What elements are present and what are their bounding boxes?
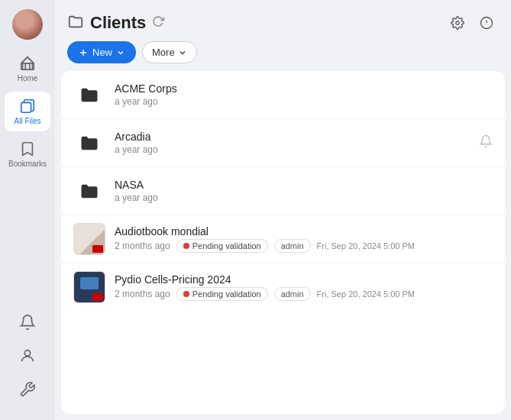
settings-tools-icon (19, 381, 36, 398)
page-title: Clients (90, 13, 146, 33)
file-date: a year ago (115, 96, 158, 107)
gear-icon (451, 16, 464, 30)
file-thumbnail-pydio (73, 271, 105, 303)
sidebar-bottom (12, 307, 43, 405)
list-item[interactable]: Audiotbook mondial 2 months ago Pending … (61, 215, 505, 263)
main-content: Clients (55, 0, 511, 420)
header-title-group: Clients (67, 13, 438, 33)
toolbar: New More (55, 41, 511, 71)
sidebar-home-label: Home (18, 74, 38, 82)
more-button[interactable]: More (142, 41, 197, 63)
status-dot (183, 291, 189, 297)
folder-icon-arcadia (73, 127, 105, 159)
status-label: Pending validation (192, 241, 261, 250)
title-folder-icon (67, 13, 84, 33)
new-chevron-icon (116, 48, 125, 57)
folder-icon-acme (73, 79, 105, 111)
info-icon (480, 16, 493, 30)
settings-button[interactable] (445, 11, 470, 35)
file-date: a year ago (115, 192, 158, 203)
sidebar-person-button[interactable] (12, 341, 43, 371)
file-meta: a year ago (115, 96, 493, 107)
plus-icon (78, 47, 89, 58)
new-button[interactable]: New (67, 41, 136, 63)
svg-rect-1 (21, 102, 31, 112)
status-badge-pydio: Pending validation (176, 287, 268, 301)
datetime-badge: Fri, Sep 20, 2024 5:00 PM (317, 241, 415, 250)
file-name: Pydio Cells-Pricing 2024 (115, 273, 493, 286)
admin-badge: admin (274, 287, 311, 301)
list-item[interactable]: ACME Corps a year ago (61, 71, 505, 119)
file-info-pydio: Pydio Cells-Pricing 2024 2 months ago Pe… (115, 273, 493, 301)
file-list: ACME Corps a year ago Arcadia a year ago (61, 71, 505, 414)
file-date: 2 months ago (115, 289, 170, 299)
admin-badge: admin (274, 239, 311, 253)
file-info-nasa: NASA a year ago (115, 179, 493, 203)
file-name: Audiotbook mondial (115, 225, 493, 237)
file-info-audiotbook: Audiotbook mondial 2 months ago Pending … (115, 225, 493, 253)
bell-icon (19, 314, 36, 331)
svg-point-3 (456, 21, 460, 25)
sidebar-tools-button[interactable] (12, 374, 43, 405)
file-info-arcadia: Arcadia a year ago (115, 131, 493, 155)
info-button[interactable] (474, 11, 499, 35)
file-meta: a year ago (115, 144, 493, 155)
home-icon (19, 55, 36, 72)
status-badge-audiotbook: Pending validation (176, 239, 268, 253)
files-icon (19, 98, 36, 115)
person-icon (19, 347, 36, 364)
file-meta: 2 months ago Pending validation admin Fr… (115, 287, 493, 301)
status-label: Pending validation (192, 289, 261, 299)
file-name: ACME Corps (115, 82, 493, 95)
bookmark-icon (19, 141, 36, 157)
list-item[interactable]: Arcadia a year ago (61, 119, 505, 167)
file-date: 2 months ago (115, 241, 170, 251)
sidebar-item-bookmarks[interactable]: Bookmarks (5, 134, 50, 174)
more-chevron-icon (178, 48, 187, 57)
file-thumbnail-audiotbook (73, 223, 105, 255)
file-meta: 2 months ago Pending validation admin Fr… (115, 239, 493, 253)
datetime-badge: Fri, Sep 20, 2024 5:00 PM (317, 289, 415, 299)
sidebar: Home All Files Bookmarks (0, 0, 55, 420)
folder-icon-nasa (73, 175, 105, 207)
sidebar-item-allfiles[interactable]: All Files (5, 92, 50, 131)
list-item[interactable]: NASA a year ago (61, 167, 505, 215)
file-date: a year ago (115, 144, 158, 155)
status-dot (183, 243, 189, 249)
header-actions (445, 11, 499, 35)
sidebar-item-home[interactable]: Home (5, 49, 50, 89)
file-name: Arcadia (115, 131, 493, 143)
sidebar-bell-button[interactable] (12, 307, 43, 338)
sidebar-bookmarks-label: Bookmarks (8, 160, 47, 168)
sidebar-allfiles-label: All Files (14, 117, 40, 125)
list-item[interactable]: Pydio Cells-Pricing 2024 2 months ago Pe… (61, 263, 505, 311)
svg-point-2 (24, 351, 30, 356)
file-name: NASA (115, 179, 493, 191)
refresh-button[interactable] (152, 15, 164, 31)
avatar[interactable] (12, 9, 43, 40)
file-info-acme: ACME Corps a year ago (115, 82, 493, 107)
page-header: Clients (55, 0, 511, 41)
file-meta: a year ago (115, 192, 493, 203)
notification-bell (479, 134, 493, 151)
